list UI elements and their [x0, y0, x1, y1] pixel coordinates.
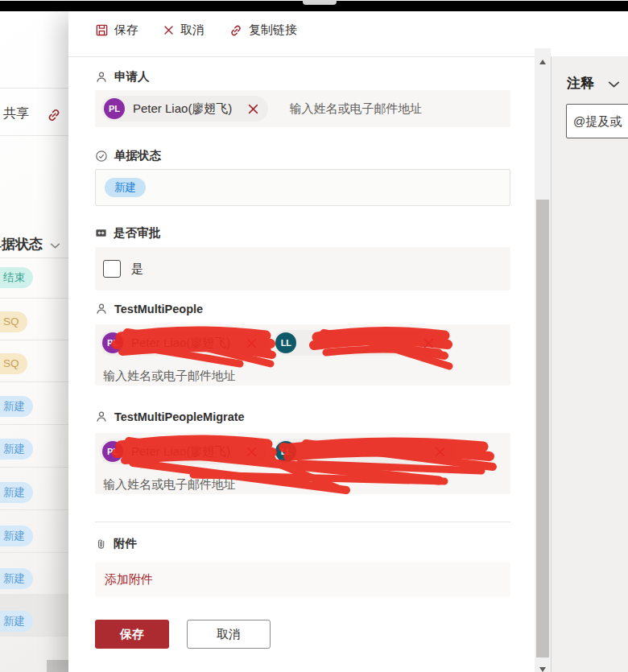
applicant-people-picker[interactable]: PL Peter Liao(廖翅飞) 输入姓名或电子邮件地址: [95, 90, 510, 127]
divider: [0, 424, 68, 425]
divider: [68, 56, 535, 57]
person-chip: PL Peter Liao(廖翅飞): [100, 439, 266, 464]
close-icon: [163, 24, 175, 36]
field-label-multipeople: TestMultiPeople: [95, 303, 203, 315]
vertical-scrollbar[interactable]: [535, 48, 551, 672]
save-icon: [95, 23, 109, 37]
status-badge: 新建: [0, 526, 33, 546]
scrollbar-thumb[interactable]: [536, 200, 549, 658]
cancel-command-label: 取消: [180, 23, 205, 38]
field-label-text: TestMultiPeople: [114, 303, 203, 315]
comments-panel: 注释: [551, 56, 628, 672]
remove-person-icon[interactable]: [246, 447, 257, 457]
field-label-text: 是否审批: [114, 225, 160, 241]
divider: [0, 509, 68, 510]
field-label-text: 申请人: [114, 69, 150, 85]
status-badge: 新建: [0, 482, 33, 503]
chip-row: PL Peter Liao(廖翅飞) LL: [95, 433, 510, 464]
column-header-status[interactable]: 单据状态: [0, 235, 43, 254]
field-label-approval: 是否审批: [95, 225, 160, 241]
attachments-field: 添加附件: [95, 562, 510, 597]
edit-item-panel: 保存 取消 复制链接 申请人 P: [68, 11, 628, 672]
field-label-multipeople-migrate: TestMultiPeopleMigrate: [95, 410, 245, 423]
divider: [95, 522, 510, 522]
cancel-command[interactable]: 取消: [163, 23, 205, 38]
divider: [0, 467, 68, 468]
link-icon: [229, 23, 243, 38]
field-label-applicant: 申请人: [95, 69, 150, 85]
people-picker-placeholder[interactable]: 输入姓名或电子邮件地址: [95, 356, 510, 384]
person-name-redacted: Peter Liao(廖翅飞): [131, 444, 230, 460]
scroll-up-arrow[interactable]: [539, 60, 546, 64]
field-label-text: TestMultiPeopleMigrate: [114, 410, 245, 423]
people-picker-placeholder[interactable]: 输入姓名或电子邮件地址: [95, 464, 510, 493]
circle-check-icon: [95, 150, 108, 163]
save-command-label: 保存: [114, 23, 138, 38]
chevron-down-icon[interactable]: [608, 80, 620, 89]
divider: [0, 135, 68, 136]
save-button[interactable]: 保存: [95, 620, 169, 649]
copy-link-icon[interactable]: [46, 107, 62, 123]
field-label-attachments: 附件: [95, 536, 137, 551]
status-badge: 结束: [0, 267, 33, 288]
status-badge: SQ: [0, 311, 27, 332]
remove-person-icon[interactable]: [246, 338, 257, 348]
divider: [0, 552, 68, 553]
background-list-view: 共享 单据状态 结束 SQ SQ 新建 新建 新建 新建 新建 新建: [0, 11, 68, 672]
people-picker-placeholder[interactable]: 输入姓名或电子邮件地址: [289, 101, 422, 117]
panel-command-bar: 保存 取消 复制链接: [95, 23, 297, 38]
add-attachment-link[interactable]: 添加附件: [105, 572, 153, 587]
approval-checkbox[interactable]: [103, 260, 121, 278]
comments-title: 注释: [567, 74, 594, 93]
cancel-button[interactable]: 取消: [187, 620, 271, 649]
top-bar-notch: [303, 0, 337, 5]
chevron-down-icon[interactable]: [50, 242, 60, 249]
status-field[interactable]: 新建: [95, 169, 510, 206]
avatar: PL: [102, 441, 123, 462]
divider: [0, 636, 68, 637]
avatar: PL: [104, 98, 125, 119]
paperclip-icon: [95, 538, 107, 550]
status-badge: 新建: [0, 611, 33, 632]
multipeople-migrate-picker[interactable]: PL Peter Liao(廖翅飞) LL 输入姓名或电子邮件地址: [95, 433, 510, 494]
status-badge: 新建: [0, 439, 33, 460]
save-command[interactable]: 保存: [95, 23, 138, 38]
status-badge: 新建: [0, 568, 33, 589]
share-command[interactable]: 共享: [3, 105, 29, 122]
comment-input[interactable]: [566, 104, 628, 138]
divider: [0, 381, 68, 382]
person-name: Peter Liao(廖翅飞): [131, 336, 230, 351]
status-badge: 新建: [0, 396, 33, 417]
person-icon: [95, 71, 108, 84]
remove-person-icon[interactable]: [435, 447, 445, 457]
person-icon: [95, 303, 108, 315]
status-badge: SQ: [0, 353, 27, 374]
copy-link-command-label: 复制链接: [249, 23, 297, 38]
horizontal-scrollbar[interactable]: [47, 660, 68, 672]
divider: [0, 298, 68, 299]
chip-row: PL Peter Liao(廖翅飞) LL: [95, 324, 510, 356]
approval-field: 是: [95, 247, 510, 291]
divider: [0, 340, 68, 340]
person-chip: LL: [273, 439, 455, 464]
scroll-down-arrow[interactable]: [539, 667, 546, 672]
person-chip: LL: [273, 330, 444, 356]
avatar: LL: [275, 332, 296, 353]
person-chip: PL Peter Liao(廖翅飞): [101, 96, 268, 122]
field-label-status: 单据状态: [95, 148, 161, 163]
field-label-text: 附件: [114, 536, 137, 551]
remove-person-icon[interactable]: [248, 104, 258, 114]
field-label-text: 单据状态: [114, 148, 161, 163]
yes-no-icon: [95, 227, 107, 239]
screen: 共享 单据状态 结束 SQ SQ 新建 新建 新建 新建 新建 新建: [0, 0, 628, 672]
status-value-badge: 新建: [105, 178, 146, 197]
person-name: Peter Liao(廖翅飞): [133, 101, 232, 117]
avatar: PL: [102, 332, 123, 353]
remove-person-icon[interactable]: [423, 338, 434, 348]
divider: [0, 88, 68, 89]
approval-option-label[interactable]: 是: [131, 262, 143, 277]
divider: [0, 258, 68, 258]
person-icon: [95, 410, 108, 423]
multipeople-picker[interactable]: PL Peter Liao(廖翅飞) LL 输入姓名或电子邮件地址: [95, 324, 510, 385]
copy-link-command[interactable]: 复制链接: [229, 23, 297, 38]
